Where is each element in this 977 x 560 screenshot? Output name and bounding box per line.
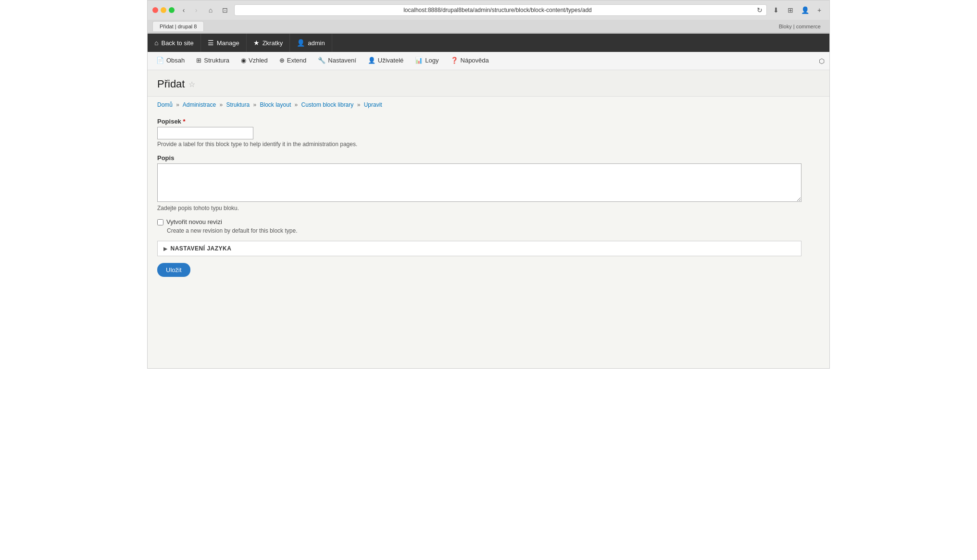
- popisek-label: Popisek *: [157, 118, 820, 125]
- popis-group: Popis Zadejte popis tohoto typu bloku.: [157, 154, 820, 212]
- collapse-arrow-icon: ▶: [163, 246, 168, 251]
- breadcrumb: Domů » Administrace » Struktura » Block …: [148, 97, 829, 113]
- page-header: Přidat ☆: [148, 70, 829, 97]
- breadcrumb-upravit[interactable]: Upravit: [364, 101, 382, 108]
- language-section: ▶ NASTAVENÍ JAZYKA: [157, 241, 802, 256]
- window-controls: [152, 7, 175, 13]
- nastaveni-icon: 🔧: [318, 57, 326, 64]
- popis-hint: Zadejte popis tohoto typu bloku.: [157, 205, 820, 212]
- popisek-hint: Provide a label for this block type to h…: [157, 141, 820, 148]
- save-button[interactable]: Uložit: [157, 263, 190, 277]
- form-container: Popisek * Provide a label for this block…: [148, 113, 829, 286]
- popis-label: Popis: [157, 154, 820, 162]
- shortcuts-link[interactable]: ★ Zkratky: [247, 34, 290, 52]
- tab-button[interactable]: ⊡: [220, 5, 230, 15]
- breadcrumb-administrace[interactable]: Administrace: [183, 101, 216, 108]
- revision-group: Vytvořit novou revizi Create a new revis…: [157, 218, 820, 234]
- manage-link[interactable]: ☰ Manage: [201, 34, 247, 52]
- reload-button[interactable]: ↻: [757, 6, 763, 14]
- home-icon: ⌂: [154, 39, 158, 47]
- add-tab-button[interactable]: +: [814, 5, 825, 15]
- close-dot[interactable]: [152, 7, 158, 13]
- revision-hint: Create a new revision by default for thi…: [167, 227, 820, 234]
- popis-textarea[interactable]: [157, 163, 802, 202]
- language-section-header[interactable]: ▶ NASTAVENÍ JAZYKA: [158, 241, 801, 256]
- struktura-icon: ⊞: [196, 57, 201, 64]
- tabs-icon[interactable]: ⊞: [785, 5, 796, 15]
- account-icon[interactable]: 👤: [800, 5, 810, 15]
- back-to-site-link[interactable]: ⌂ Back to site: [148, 34, 201, 52]
- nav-logy[interactable]: 📊 Logy: [409, 52, 444, 70]
- extend-icon: ⊕: [279, 57, 285, 64]
- nav-extend[interactable]: ⊕ Extend: [274, 52, 312, 70]
- favorite-star-icon[interactable]: ☆: [188, 80, 195, 89]
- uzivatele-icon: 👤: [368, 57, 376, 64]
- nav-toggle-button[interactable]: ⬡: [817, 55, 827, 67]
- nav-napoveda[interactable]: ❓ Nápověda: [445, 52, 495, 70]
- back-button[interactable]: ‹: [178, 5, 189, 15]
- menu-icon: ☰: [208, 39, 214, 47]
- address-bar[interactable]: localhost:8888/drupal8beta/admin/structu…: [234, 4, 767, 16]
- logy-icon: 📊: [415, 57, 423, 64]
- bookmarks-label: Bloky | commerce: [775, 24, 825, 29]
- drupal-toolbar: ⌂ Back to site ☰ Manage ★ Zkratky 👤 admi…: [148, 34, 829, 52]
- breadcrumb-struktura[interactable]: Struktura: [226, 101, 250, 108]
- nav-nastaveni[interactable]: 🔧 Nastavení: [312, 52, 362, 70]
- breadcrumb-block-layout[interactable]: Block layout: [260, 101, 291, 108]
- page-title: Přidat: [157, 78, 185, 90]
- star-icon: ★: [253, 39, 260, 47]
- popisek-input[interactable]: [157, 127, 253, 139]
- nav-struktura[interactable]: ⊞ Struktura: [190, 52, 235, 70]
- breadcrumb-custom-block-library[interactable]: Custom block library: [301, 101, 354, 108]
- nav-obsah[interactable]: 📄 Obsah: [150, 52, 190, 70]
- download-icon[interactable]: ⬇: [771, 5, 781, 15]
- active-tab[interactable]: Přidat | drupal 8: [152, 21, 204, 31]
- obsah-icon: 📄: [156, 57, 164, 64]
- breadcrumb-home[interactable]: Domů: [157, 101, 173, 108]
- required-indicator: *: [183, 118, 185, 125]
- maximize-dot[interactable]: [169, 7, 175, 13]
- popisek-group: Popisek * Provide a label for this block…: [157, 118, 820, 148]
- admin-link[interactable]: 👤 admin: [290, 34, 332, 52]
- page-content: Přidat ☆ Domů » Administrace » Struktura…: [148, 70, 829, 368]
- user-icon: 👤: [297, 39, 305, 47]
- revision-checkbox[interactable]: [157, 219, 163, 225]
- minimize-dot[interactable]: [161, 7, 166, 13]
- vzhled-icon: ◉: [241, 57, 246, 64]
- revision-label[interactable]: Vytvořit novou revizi: [166, 218, 222, 225]
- nav-vzhled[interactable]: ◉ Vzhled: [235, 52, 274, 70]
- nav-uzivatele[interactable]: 👤 Uživatelé: [362, 52, 409, 70]
- home-button[interactable]: ⌂: [205, 5, 216, 15]
- drupal-nav: 📄 Obsah ⊞ Struktura ◉ Vzhled ⊕ Extend 🔧 …: [148, 52, 829, 70]
- napoveda-icon: ❓: [451, 57, 458, 64]
- forward-button[interactable]: ›: [191, 5, 201, 15]
